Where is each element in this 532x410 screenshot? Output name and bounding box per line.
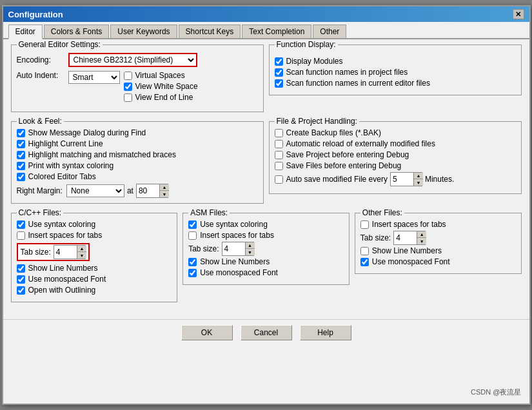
asm-tab-down[interactable]: ▼ bbox=[246, 249, 255, 255]
print-syntax-checkbox[interactable] bbox=[17, 162, 25, 170]
tab-editor[interactable]: Editor bbox=[8, 24, 43, 39]
asm-syntax-checkbox[interactable] bbox=[188, 220, 197, 229]
asm-syntax-row: Use syntax coloring bbox=[188, 220, 344, 229]
save-files-checkbox[interactable] bbox=[275, 162, 283, 170]
virtual-spaces-row: Virtual Spaces bbox=[124, 71, 198, 80]
asm-files-col: ASM Files: Use syntax coloring Insert sp… bbox=[182, 213, 350, 308]
auto-reload-checkbox[interactable] bbox=[275, 140, 283, 148]
other-line-numbers-checkbox[interactable] bbox=[360, 247, 369, 255]
cpp-files-title: C/C++ Files: bbox=[17, 208, 64, 217]
cpp-syntax-checkbox[interactable] bbox=[17, 220, 25, 229]
other-insert-spaces-row: Insert spaces for tabs bbox=[360, 220, 516, 229]
asm-line-numbers-row: Show Line Numbers bbox=[188, 257, 344, 266]
encoding-select[interactable]: Chinese GB2312 (Simplified) bbox=[68, 53, 197, 67]
cancel-button[interactable]: Cancel bbox=[241, 325, 292, 340]
cpp-tab-size-label: Tab size: bbox=[21, 248, 51, 257]
colored-tabs-checkbox[interactable] bbox=[17, 173, 25, 181]
file-project-title: File & Project Handling: bbox=[275, 117, 359, 126]
other-tab-input[interactable] bbox=[394, 233, 417, 243]
right-margin-row: Right Margin: None at ▲ ▼ bbox=[17, 184, 258, 198]
auto-indent-select[interactable]: Smart bbox=[68, 71, 120, 84]
scan-current-checkbox[interactable] bbox=[275, 79, 283, 88]
asm-line-numbers-checkbox[interactable] bbox=[188, 258, 197, 266]
save-project-checkbox[interactable] bbox=[275, 151, 283, 159]
highlight-line-row: Highlight Current Line bbox=[17, 139, 258, 148]
content-area: General Editor Settings: Encoding: Chine… bbox=[3, 39, 529, 317]
other-tab-up[interactable]: ▲ bbox=[417, 231, 426, 238]
view-white-space-checkbox[interactable] bbox=[124, 83, 132, 91]
cpp-line-numbers-row: Show Line Numbers bbox=[17, 264, 172, 273]
show-msg-checkbox[interactable] bbox=[17, 129, 25, 137]
close-button[interactable]: ✕ bbox=[513, 9, 524, 19]
virtual-spaces-checkbox[interactable] bbox=[124, 72, 132, 80]
tab-other[interactable]: Other bbox=[313, 24, 346, 38]
encoding-label: Encoding: bbox=[17, 55, 68, 64]
asm-tab-input[interactable] bbox=[222, 244, 245, 254]
tab-shortcut-keys[interactable]: Shortcut Keys bbox=[179, 24, 241, 38]
view-eol-row: View End of Line bbox=[124, 93, 198, 102]
cpp-insert-spaces-label: Insert spaces for tabs bbox=[28, 231, 103, 240]
virtual-spaces-label: Virtual Spaces bbox=[135, 71, 185, 80]
view-eol-label: View End of Line bbox=[135, 93, 193, 102]
display-modules-label: Display Modules bbox=[286, 57, 343, 66]
auto-save-up-btn[interactable]: ▲ bbox=[414, 173, 423, 179]
cpp-monospaced-row: Use monospaced Font bbox=[17, 275, 172, 284]
other-tab-down[interactable]: ▼ bbox=[417, 238, 426, 244]
asm-insert-spaces-checkbox[interactable] bbox=[188, 231, 197, 240]
auto-save-row: Auto save modified File every ▲ ▼ Minute… bbox=[275, 172, 516, 186]
asm-tab-up[interactable]: ▲ bbox=[246, 242, 255, 249]
view-white-space-row: View White Space bbox=[124, 82, 198, 91]
file-project-col: File & Project Handling: Create Backup f… bbox=[269, 121, 522, 209]
other-tab-size-label: Tab size: bbox=[360, 233, 391, 242]
title-bar: Configuration ✕ bbox=[3, 6, 529, 22]
other-insert-spaces-checkbox[interactable] bbox=[360, 220, 369, 229]
margin-up-btn[interactable]: ▲ bbox=[160, 184, 169, 191]
help-button[interactable]: Help bbox=[300, 325, 351, 340]
cpp-insert-spaces-row: Insert spaces for tabs bbox=[17, 231, 172, 240]
cpp-insert-spaces-checkbox[interactable] bbox=[17, 231, 25, 240]
other-monospaced-row: Use monospaced Font bbox=[360, 257, 516, 266]
asm-monospaced-checkbox[interactable] bbox=[188, 269, 197, 277]
general-settings-title: General Editor Settings: bbox=[17, 40, 103, 49]
colored-tabs-row: Colored Editor Tabs bbox=[17, 172, 258, 181]
save-project-label: Save Project before entering Debug bbox=[286, 150, 409, 159]
backup-checkbox[interactable] bbox=[275, 129, 283, 137]
cpp-tab-input[interactable] bbox=[54, 247, 77, 257]
at-label: at bbox=[127, 186, 133, 195]
margin-down-btn[interactable]: ▼ bbox=[160, 191, 169, 197]
auto-save-down-btn[interactable]: ▼ bbox=[414, 179, 423, 186]
highlight-braces-checkbox[interactable] bbox=[17, 151, 25, 159]
tab-text-completion[interactable]: Text Completion bbox=[242, 24, 311, 38]
function-display-col: Function Display: Display Modules Scan f… bbox=[269, 44, 522, 117]
auto-save-checkbox[interactable] bbox=[275, 175, 283, 184]
view-eol-checkbox[interactable] bbox=[124, 93, 132, 102]
indent-checkboxes: Virtual Spaces View White Space View End… bbox=[124, 71, 198, 104]
asm-files-section: ASM Files: Use syntax coloring Insert sp… bbox=[182, 213, 350, 285]
cpp-tab-down[interactable]: ▼ bbox=[77, 252, 86, 259]
colored-tabs-label: Colored Editor Tabs bbox=[28, 172, 96, 181]
cpp-outlining-label: Open with Outlining bbox=[28, 286, 96, 295]
tab-user-keywords[interactable]: User Keywords bbox=[110, 24, 177, 38]
auto-save-spinner: ▲ ▼ bbox=[390, 172, 422, 186]
tab-colors-fonts[interactable]: Colors & Fonts bbox=[44, 24, 109, 38]
auto-save-label: Auto save modified File every bbox=[286, 175, 388, 184]
scan-current-label: Scan function names in current editor fi… bbox=[286, 79, 430, 88]
cpp-outlining-checkbox[interactable] bbox=[17, 286, 25, 295]
right-margin-select[interactable]: None bbox=[66, 184, 124, 197]
look-feel-col: Look & Feel: Show Message Dialog during … bbox=[11, 121, 264, 209]
margin-number-input[interactable] bbox=[137, 186, 159, 196]
asm-tab-spinner-btns: ▲ ▼ bbox=[245, 242, 255, 255]
highlight-line-checkbox[interactable] bbox=[17, 140, 25, 148]
auto-save-input[interactable] bbox=[391, 174, 413, 184]
ok-button[interactable]: OK bbox=[181, 325, 233, 340]
cpp-tab-up[interactable]: ▲ bbox=[77, 246, 86, 252]
cpp-monospaced-checkbox[interactable] bbox=[17, 275, 25, 284]
other-files-col: Other Files: Insert spaces for tabs Tab … bbox=[355, 213, 522, 308]
display-modules-checkbox[interactable] bbox=[275, 57, 283, 66]
other-monospaced-checkbox[interactable] bbox=[360, 258, 369, 266]
scan-project-checkbox[interactable] bbox=[275, 68, 283, 77]
cpp-line-numbers-checkbox[interactable] bbox=[17, 264, 25, 273]
cpp-tab-spinner-btns: ▲ ▼ bbox=[77, 246, 86, 259]
asm-files-title: ASM Files: bbox=[188, 208, 230, 217]
auto-indent-label: Auto Indent: bbox=[17, 71, 68, 80]
